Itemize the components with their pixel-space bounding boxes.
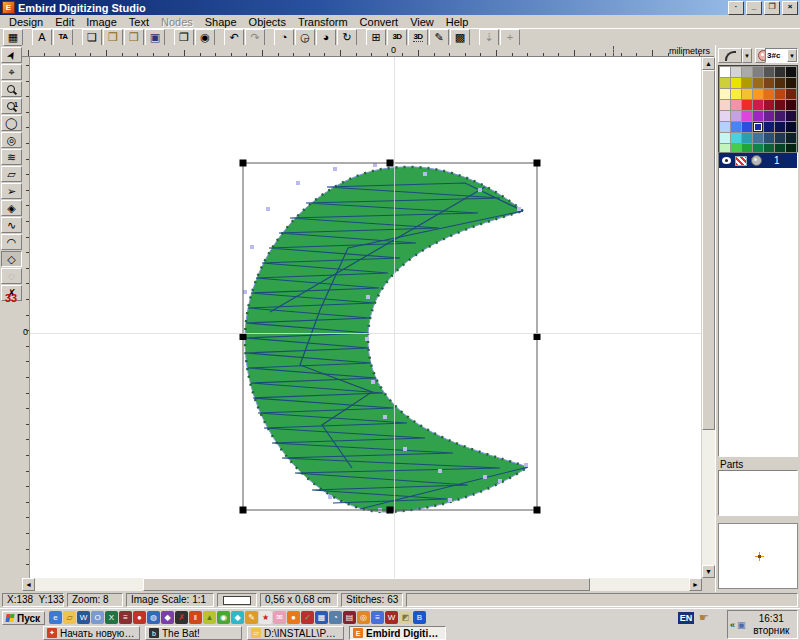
library-icon[interactable]: ≡ (119, 611, 132, 624)
start-button[interactable]: Пуск (2, 611, 45, 625)
restore-button[interactable]: ❐ (764, 1, 780, 15)
menu-item-help[interactable]: Help (440, 16, 475, 28)
scroll-left-arrow[interactable]: ◄ (22, 578, 35, 591)
taskbar-window-1[interactable]: bThe Bat! (145, 626, 242, 640)
visibility-eye-icon[interactable] (722, 157, 731, 164)
density-meter-button[interactable]: ◔ (274, 29, 294, 46)
palette-color-38[interactable] (753, 122, 763, 132)
scroll-up-arrow[interactable]: ▲ (702, 57, 715, 70)
media-player-icon[interactable]: ● (133, 611, 146, 624)
menu-item-convert[interactable]: Convert (354, 16, 405, 28)
stitch-paint-button[interactable]: ✎ (429, 29, 449, 46)
palette-color-23[interactable] (742, 100, 752, 110)
layers-list[interactable]: 1 (718, 152, 798, 457)
palette-color-40[interactable] (775, 122, 785, 132)
palette-color-7[interactable] (720, 78, 730, 88)
angle-meter-button[interactable]: ◕ (316, 29, 336, 46)
dictionary-icon[interactable]: W (385, 611, 398, 624)
red-star-icon[interactable]: ★ (259, 611, 272, 624)
antivirus-icon[interactable]: ✗ (175, 611, 188, 624)
palette-color-46[interactable] (764, 133, 774, 143)
window-3d-button[interactable]: ⊞ (366, 29, 386, 46)
burner-icon[interactable]: ◎ (357, 611, 370, 624)
rotate-view-button[interactable]: ↻ (337, 29, 357, 46)
selection-handle[interactable] (240, 160, 247, 167)
palette-color-29[interactable] (731, 111, 741, 121)
monogram-button[interactable]: TA (53, 29, 73, 46)
curve-style-button[interactable] (718, 48, 742, 63)
texture-view-button[interactable]: ▩ (450, 29, 470, 46)
speed-meter-button[interactable]: ◶ (295, 29, 315, 46)
save-design-button[interactable]: ▣ (145, 29, 165, 46)
palette-color-22[interactable] (731, 100, 741, 110)
palette-color-41[interactable] (786, 122, 796, 132)
palette-color-16[interactable] (742, 89, 752, 99)
palette-color-3[interactable] (753, 67, 763, 77)
palette-color-37[interactable] (742, 122, 752, 132)
selection-handle[interactable] (387, 160, 394, 167)
messenger-icon[interactable]: ◆ (161, 611, 174, 624)
scroll-down-arrow[interactable]: ▼ (702, 565, 715, 578)
tray-app-icon[interactable]: ▣ (737, 620, 746, 630)
palette-color-20[interactable] (786, 89, 796, 99)
selection-handle[interactable] (240, 507, 247, 514)
tray-expand-button[interactable]: « (730, 620, 735, 630)
stitch-browser-button[interactable]: ▦ (3, 29, 23, 46)
palette-color-31[interactable] (753, 111, 763, 121)
palette-color-19[interactable] (775, 89, 785, 99)
scroll-right-arrow[interactable]: ► (689, 578, 702, 591)
palette-color-10[interactable] (753, 78, 763, 88)
palette-color-24[interactable] (753, 100, 763, 110)
menu-item-edit[interactable]: Edit (49, 16, 80, 28)
menu-item-objects[interactable]: Objects (243, 16, 292, 28)
connections-icon[interactable]: ≡ (371, 611, 384, 624)
outline-shape-tool[interactable]: ◎ (1, 132, 22, 148)
undo-button[interactable]: ↶ (224, 29, 244, 46)
selection-handle[interactable] (534, 507, 541, 514)
palette-color-48[interactable] (786, 133, 796, 143)
palette-color-47[interactable] (775, 133, 785, 143)
palette-color-14[interactable] (720, 89, 730, 99)
palette-color-21[interactable] (720, 100, 730, 110)
selection-handle[interactable] (387, 507, 394, 514)
layer-row[interactable]: 1 (719, 153, 797, 168)
palette-color-28[interactable] (720, 111, 730, 121)
horizontal-scrollbar[interactable]: ◄ ► (22, 578, 702, 591)
vertical-scroll-thumb[interactable] (702, 70, 715, 430)
menu-item-transform[interactable]: Transform (292, 16, 354, 28)
spreadsheet-icon[interactable]: ▦ (315, 611, 328, 624)
manual-stitch-tool[interactable]: ◈ (1, 200, 22, 216)
zoom-tool[interactable] (1, 81, 22, 97)
sfumato-tool[interactable]: ≋ (1, 149, 22, 165)
new-design-button[interactable]: ❏ (82, 29, 102, 46)
palette-color-15[interactable] (731, 89, 741, 99)
taskbar-window-3[interactable]: EEmbird Digitizing Stud... (349, 626, 446, 640)
palette-color-0[interactable] (720, 67, 730, 77)
zoom-actual-tool[interactable]: 1 (1, 98, 22, 114)
palette-color-4[interactable] (764, 67, 774, 77)
vertical-scrollbar[interactable]: ▲ ▼ (702, 57, 715, 578)
palette-color-39[interactable] (764, 122, 774, 132)
fill-shape-tool[interactable]: ◯ (1, 115, 22, 131)
palette-color-44[interactable] (742, 133, 752, 143)
palette-color-45[interactable] (753, 133, 763, 143)
palette-color-36[interactable] (731, 122, 741, 132)
palette-color-2[interactable] (742, 67, 752, 77)
palette-color-33[interactable] (775, 111, 785, 121)
hand-tray-icon[interactable]: ☛ (699, 611, 709, 624)
menu-item-design[interactable]: Design (3, 16, 49, 28)
selection-handle[interactable] (240, 333, 247, 340)
import-design-button[interactable]: ❒ (124, 29, 144, 46)
palette-color-1[interactable] (731, 67, 741, 77)
palette-color-13[interactable] (786, 78, 796, 88)
palette-color-35[interactable] (720, 122, 730, 132)
word-icon[interactable]: W (77, 611, 90, 624)
palette-color-30[interactable] (742, 111, 752, 121)
applique-tool[interactable]: ➢ (1, 183, 22, 199)
curve-style-dropdown[interactable]: ▼ (742, 48, 752, 63)
outlook-icon[interactable]: O (91, 611, 104, 624)
palette-color-26[interactable] (775, 100, 785, 110)
excel-icon[interactable]: X (105, 611, 118, 624)
view-3d-mesh-button[interactable]: 3D (408, 29, 428, 46)
menu-item-shape[interactable]: Shape (199, 16, 243, 28)
